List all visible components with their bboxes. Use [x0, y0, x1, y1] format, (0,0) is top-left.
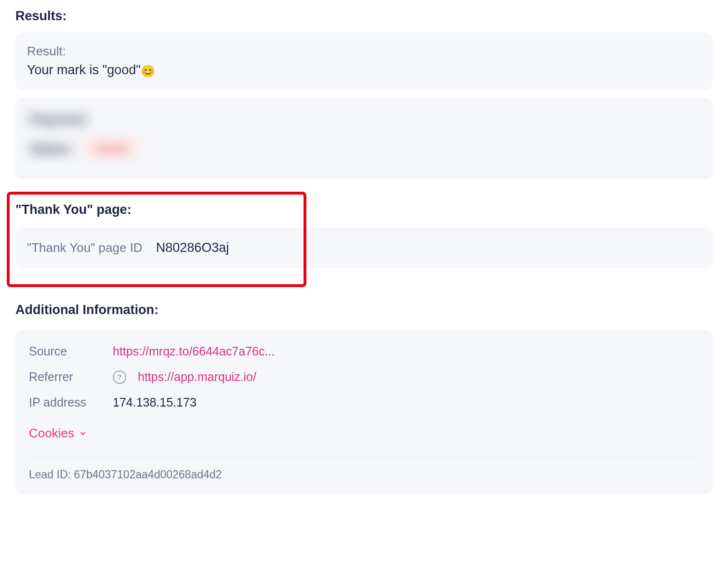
thank-you-id-label: "Thank You" page ID	[27, 240, 143, 255]
lead-id-value: 67b4037102aa4d00268ad4d2	[74, 468, 222, 481]
lead-id-row: Lead ID: 67b4037102aa4d00268ad4d2	[29, 468, 699, 481]
referrer-label: Referrer	[29, 370, 101, 384]
chevron-down-icon	[79, 430, 87, 437]
source-label: Source	[29, 344, 101, 358]
referrer-link[interactable]: https://app.marquiz.io/	[138, 370, 256, 384]
result-value: Your mark is "good"😊	[27, 63, 701, 78]
result-text: Your mark is "good"	[27, 63, 141, 77]
results-panel: Result: Your mark is "good"😊	[15, 32, 713, 90]
thank-you-panel: "Thank You" page ID N80286O3aj	[15, 228, 713, 268]
payment-heading: Payment	[30, 112, 698, 127]
thank-you-section: "Thank You" page: "Thank You" page ID N8…	[15, 202, 713, 268]
lead-id-prefix: Lead ID:	[29, 468, 74, 481]
result-label: Result:	[27, 44, 701, 59]
ip-label: IP address	[29, 395, 101, 409]
payment-status-label: Status	[30, 141, 71, 157]
results-heading: Results:	[15, 9, 713, 24]
help-icon[interactable]	[113, 370, 126, 384]
ip-row: IP address 174.138.15.173	[29, 395, 699, 409]
cookies-label: Cookies	[29, 426, 74, 441]
smile-emoji-icon: 😊	[141, 65, 155, 78]
thank-you-id-value: N80286O3aj	[156, 240, 229, 255]
cookies-toggle[interactable]: Cookies	[29, 426, 87, 441]
payment-status-badge: Unpaid	[82, 139, 141, 158]
additional-info-panel: Source https://mrqz.to/6644ac7a76c... Re…	[15, 330, 713, 494]
source-link[interactable]: https://mrqz.to/6644ac7a76c...	[113, 344, 275, 358]
additional-info-section: Additional Information: Source https://m…	[15, 303, 713, 494]
divider	[29, 457, 699, 458]
source-row: Source https://mrqz.to/6644ac7a76c...	[29, 344, 699, 358]
referrer-row: Referrer https://app.marquiz.io/	[29, 370, 699, 384]
additional-info-heading: Additional Information:	[15, 303, 713, 317]
ip-value: 174.138.15.173	[113, 395, 197, 409]
payment-panel-blurred: Payment Status Unpaid	[15, 98, 713, 179]
payment-blur-layer: Payment Status Unpaid	[15, 98, 713, 172]
thank-you-heading: "Thank You" page:	[15, 202, 713, 217]
